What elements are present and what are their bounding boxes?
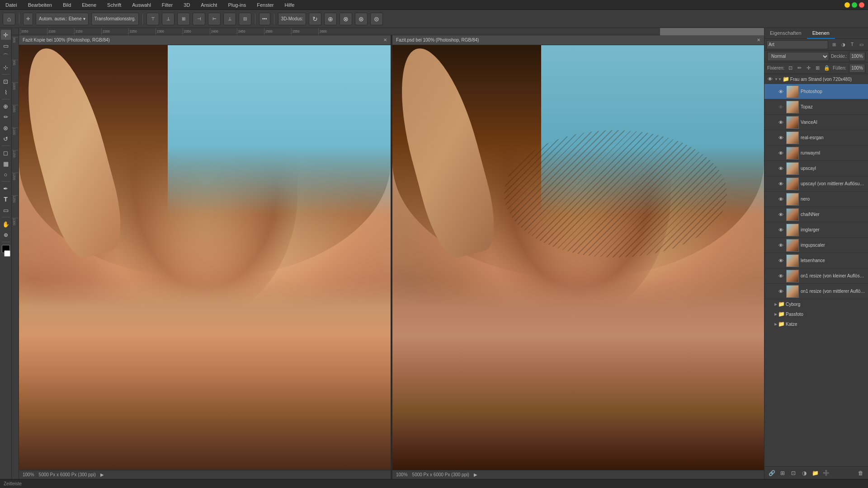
close-button[interactable] bbox=[859, 2, 864, 8]
add-layer-btn[interactable]: ➕ bbox=[821, 469, 830, 478]
layer-letsenhance[interactable]: 👁 letsenhance bbox=[764, 253, 868, 268]
layer-real-esrgan[interactable]: 👁 real-esrgan bbox=[764, 130, 868, 145]
group-visibility-cyborg[interactable]: 👁 bbox=[766, 300, 774, 308]
add-mask-btn[interactable]: ⊡ bbox=[789, 469, 798, 478]
left-canvas-tab[interactable]: Fazit Kopie bei 100% (Photoshop, RGB/84)… bbox=[19, 35, 391, 45]
layer-nero[interactable]: 👁 nero bbox=[764, 192, 868, 207]
history-brush-tool[interactable]: ↺ bbox=[1, 134, 11, 144]
minimize-button[interactable] bbox=[844, 2, 850, 8]
layers-search-input[interactable] bbox=[766, 40, 828, 49]
menu-item-datei[interactable]: Datei bbox=[4, 1, 19, 9]
lock-transparent-btn[interactable]: ⊡ bbox=[787, 65, 793, 72]
group-visibility-passfoto[interactable]: 👁 bbox=[766, 310, 774, 318]
move-tool[interactable]: ✛ bbox=[1, 30, 11, 40]
group-visibility-katze[interactable]: 👁 bbox=[766, 320, 774, 328]
left-canvas-image[interactable] bbox=[19, 45, 391, 470]
add-adjustment-btn[interactable]: ◑ bbox=[800, 469, 809, 478]
layer-vis-photoshop[interactable]: 👁 bbox=[777, 88, 784, 95]
blend-mode-select[interactable]: Normal Multiplizieren Negativ multiplizi… bbox=[767, 52, 829, 61]
3d-mode-btn[interactable]: 3D-Modus: bbox=[278, 13, 307, 25]
type-icon[interactable]: T bbox=[848, 41, 856, 49]
dodge-tool[interactable]: ○ bbox=[1, 169, 11, 179]
menu-item-fenster[interactable]: Fenster bbox=[255, 1, 275, 9]
smart-object-icon[interactable]: ⊛ bbox=[866, 41, 868, 49]
layer-vis-letsenhance[interactable]: 👁 bbox=[777, 257, 784, 264]
tab-ebenen[interactable]: Ebenen bbox=[807, 28, 835, 39]
transform-btn[interactable]: Transformationsstrg. bbox=[91, 13, 139, 25]
align-left-btn[interactable]: ⊣ bbox=[193, 13, 205, 25]
distribute-btn[interactable]: ⊟ bbox=[239, 13, 251, 25]
layer-vis-nero[interactable]: 👁 bbox=[777, 196, 784, 203]
delete-layer-btn[interactable]: 🗑 bbox=[856, 469, 865, 478]
group-frau-am-strand[interactable]: 👁 ▼ 📁 Frau am Strand (von 720x480) bbox=[764, 74, 868, 84]
gradient-tool[interactable]: ▦ bbox=[1, 159, 11, 169]
zoom-3d-btn[interactable]: ⊗ bbox=[340, 13, 352, 25]
shape-filter-icon[interactable]: ▭ bbox=[857, 41, 865, 49]
tab-eigenschaften[interactable]: Eigenschaften bbox=[764, 28, 807, 39]
move-tool-btn[interactable]: ✛ bbox=[23, 13, 33, 25]
zoom-tool[interactable]: ⊕ bbox=[1, 230, 11, 240]
layer-chainner[interactable]: 👁 chaiNNer bbox=[764, 207, 868, 222]
maximize-button[interactable] bbox=[852, 2, 857, 8]
layer-runwaymi[interactable]: 👁 runwaymI bbox=[764, 145, 868, 161]
layer-imglarger[interactable]: 👁 imglarger bbox=[764, 222, 868, 238]
menu-item-hilfe[interactable]: Hilfe bbox=[283, 1, 296, 9]
layer-imgupscaler[interactable]: 👁 imgupscaler bbox=[764, 238, 868, 253]
layer-vis-on1-mid[interactable]: 👁 bbox=[777, 288, 784, 295]
background-color[interactable] bbox=[4, 250, 10, 257]
lock-artboard-btn[interactable]: ⊞ bbox=[815, 65, 821, 72]
group-passfoto[interactable]: 👁 ▶ 📁 Passfoto bbox=[764, 309, 868, 319]
hand-tool[interactable]: ✋ bbox=[1, 219, 11, 229]
right-tab-close[interactable]: ✕ bbox=[757, 38, 760, 42]
group-visibility-frau[interactable]: 👁 bbox=[766, 75, 774, 83]
layer-on1-mid[interactable]: 👁 on1 resize (von mittlerer Auflösung) bbox=[764, 284, 868, 299]
roll-3d-btn[interactable]: ⊛ bbox=[355, 13, 368, 25]
rotate-3d-btn[interactable]: ↻ bbox=[309, 13, 321, 25]
layer-vis-imglarger[interactable]: 👁 bbox=[777, 226, 784, 234]
layer-upscayl[interactable]: 👁 upscayl bbox=[764, 161, 868, 176]
layer-vis-real-esrgan[interactable]: 👁 bbox=[777, 134, 784, 141]
right-canvas-image[interactable] bbox=[392, 45, 764, 470]
layer-photoshop[interactable]: 👁 Photoshop bbox=[764, 84, 868, 99]
layer-vis-chainner[interactable]: 👁 bbox=[777, 211, 784, 218]
adjustment-icon[interactable]: ◑ bbox=[839, 41, 847, 49]
layer-vis-imgupscaler[interactable]: 👁 bbox=[777, 242, 784, 249]
align-top-btn[interactable]: ⊤ bbox=[146, 13, 159, 25]
menu-item-ebene[interactable]: Ebene bbox=[80, 1, 98, 9]
timeline-label[interactable]: Zeitleiste bbox=[4, 481, 22, 486]
layer-vis-topaz[interactable]: 👁 bbox=[777, 103, 784, 111]
menu-item-bearbeiten[interactable]: Bearbeiten bbox=[26, 1, 54, 9]
magic-wand-tool[interactable]: ⊹ bbox=[1, 62, 11, 72]
pixel-icon[interactable]: ⊞ bbox=[830, 41, 838, 49]
shape-tool[interactable]: ▭ bbox=[1, 205, 11, 215]
menu-item-ansicht[interactable]: Ansicht bbox=[199, 1, 219, 9]
right-arrow[interactable]: ▶ bbox=[474, 472, 477, 477]
menu-item-3d[interactable]: 3D bbox=[182, 1, 192, 9]
align-right-btn[interactable]: ⊥ bbox=[223, 13, 236, 25]
group-cyborg[interactable]: 👁 ▶ 📁 Cyborg bbox=[764, 299, 868, 309]
menu-item-plugins[interactable]: Plug-ins bbox=[226, 1, 248, 9]
layer-vis-upscayl-mid[interactable]: 👁 bbox=[777, 180, 784, 188]
layer-vanceai[interactable]: 👁 VanceAI bbox=[764, 115, 868, 130]
add-group-btn[interactable]: 📁 bbox=[811, 469, 820, 478]
add-style-btn[interactable]: ⊞ bbox=[778, 469, 787, 478]
menu-item-bild[interactable]: Bild bbox=[61, 1, 73, 9]
text-tool[interactable]: T bbox=[1, 194, 11, 204]
slide-3d-btn[interactable]: ⊜ bbox=[370, 13, 383, 25]
layer-topaz[interactable]: 👁 Topaz bbox=[764, 99, 868, 115]
auto-select-btn[interactable]: Autom. ausw.: Ebene ▾ bbox=[36, 13, 89, 25]
align-center-btn[interactable]: ⊢ bbox=[208, 13, 221, 25]
layer-upscayl-mid[interactable]: 👁 upscayl (von mittlerer Auflösung) bbox=[764, 176, 868, 192]
layer-vis-upscayl[interactable]: 👁 bbox=[777, 165, 784, 172]
left-arrow[interactable]: ▶ bbox=[100, 472, 104, 477]
pan-3d-btn[interactable]: ⊕ bbox=[324, 13, 337, 25]
menu-item-filter[interactable]: Filter bbox=[160, 1, 175, 9]
brush-tool[interactable]: ✏ bbox=[1, 112, 11, 122]
layer-vis-vanceai[interactable]: 👁 bbox=[777, 119, 784, 126]
healing-tool[interactable]: ⊕ bbox=[1, 101, 11, 111]
more-options-btn[interactable]: ••• bbox=[259, 13, 270, 25]
layers-list[interactable]: 👁 ▼ 📁 Frau am Strand (von 720x480) 👁 Pho… bbox=[764, 74, 868, 466]
group-katze[interactable]: 👁 ▶ 📁 Katze bbox=[764, 319, 868, 329]
align-middle-btn[interactable]: ⊥ bbox=[162, 13, 175, 25]
layer-vis-runwaymi[interactable]: 👁 bbox=[777, 150, 784, 157]
